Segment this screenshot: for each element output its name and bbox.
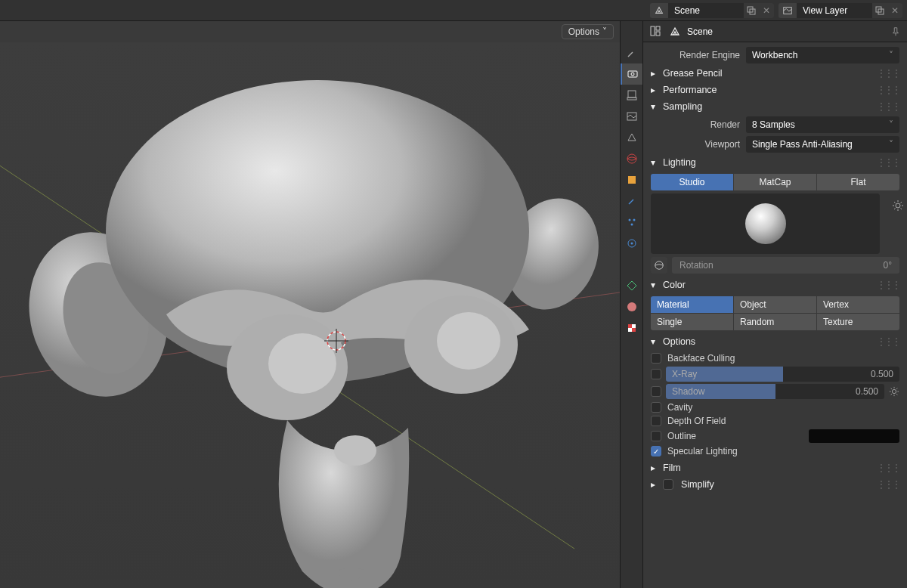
render-engine-dropdown[interactable]: Workbench ˅ (746, 47, 899, 63)
tab-object[interactable] (621, 169, 643, 190)
panel-sampling[interactable]: ▾ Sampling ⋮⋮⋮ (643, 98, 907, 115)
svg-rect-49 (632, 328, 636, 332)
svg-rect-51 (656, 26, 660, 30)
tab-tool[interactable] (621, 42, 643, 63)
preview-sphere (745, 203, 786, 244)
outline-checkbox[interactable] (651, 431, 661, 441)
viewlayer-icon[interactable] (779, 3, 797, 18)
tab-physics[interactable] (621, 233, 643, 254)
panel-simplify[interactable]: ▸ Simplify ⋮⋮⋮ (643, 476, 907, 493)
grip-icon[interactable]: ⋮⋮⋮ (877, 85, 899, 95)
lighting-flat[interactable]: Flat (817, 174, 899, 190)
studio-light-preview[interactable] (651, 193, 880, 254)
tab-scene[interactable] (621, 127, 643, 148)
svg-rect-50 (651, 26, 655, 36)
viewlayer-selector[interactable]: View Layer ✕ (779, 3, 902, 18)
grip-icon[interactable]: ⋮⋮⋮ (877, 101, 899, 112)
panel-lighting[interactable]: ▾ Lighting ⋮⋮⋮ (643, 154, 907, 171)
specular-label: Specular Lighting (667, 446, 738, 456)
scene-selector[interactable]: Scene ✕ (650, 3, 774, 18)
grip-icon[interactable]: ⋮⋮⋮ (877, 336, 899, 347)
svg-point-41 (633, 219, 636, 221)
color-vertex[interactable]: Vertex (817, 296, 899, 313)
close-scene-icon[interactable]: ✕ (759, 3, 774, 18)
backface-culling-label: Backface Culling (667, 353, 735, 364)
triangle-down-icon: ▾ (651, 101, 658, 112)
svg-rect-52 (656, 32, 660, 36)
dof-checkbox[interactable] (651, 416, 661, 426)
grip-icon[interactable]: ⋮⋮⋮ (877, 280, 899, 290)
outline-label: Outline (667, 431, 696, 441)
xray-slider[interactable]: X-Ray 0.500 (666, 367, 899, 382)
color-material[interactable]: Material (651, 296, 733, 313)
pin-icon[interactable] (890, 26, 901, 37)
tab-output[interactable] (621, 85, 643, 106)
grip-icon[interactable]: ⋮⋮⋮ (877, 479, 899, 490)
triangle-right-icon: ▸ (651, 479, 658, 490)
grip-icon[interactable]: ⋮⋮⋮ (877, 463, 899, 473)
browse-scene-icon[interactable] (744, 3, 759, 18)
lighting-studio[interactable]: Studio (651, 174, 734, 190)
color-random[interactable]: Random (734, 314, 816, 330)
color-object[interactable]: Object (734, 296, 816, 313)
svg-point-28 (334, 435, 376, 466)
triangle-down-icon: ▾ (651, 157, 658, 168)
specular-checkbox[interactable]: ✓ (651, 446, 661, 456)
svg-rect-35 (628, 91, 636, 97)
svg-point-54 (655, 262, 664, 270)
browse-viewlayer-icon[interactable] (872, 3, 887, 18)
tab-modifier[interactable] (621, 190, 643, 212)
simplify-checkbox[interactable] (663, 479, 673, 490)
viewport-options-button[interactable]: Options ˅ (562, 24, 614, 39)
triangle-right-icon: ▸ (651, 85, 658, 95)
backface-culling-checkbox[interactable] (651, 353, 661, 364)
sampling-render-dropdown[interactable]: 8 Samples˅ (746, 116, 899, 133)
gear-icon[interactable] (892, 200, 904, 212)
shadow-checkbox[interactable] (651, 386, 661, 397)
color-texture[interactable]: Texture (817, 314, 899, 330)
scene-icon[interactable] (650, 3, 668, 18)
svg-point-25 (268, 333, 336, 394)
svg-rect-36 (627, 97, 636, 100)
lighting-matcap[interactable]: MatCap (734, 174, 817, 190)
panel-film[interactable]: ▸ Film ⋮⋮⋮ (643, 460, 907, 476)
world-rotation-icon[interactable] (651, 257, 667, 274)
panel-color[interactable]: ▾ Color ⋮⋮⋮ (643, 277, 907, 293)
viewlayer-name-field[interactable]: View Layer (797, 3, 872, 18)
grip-icon[interactable]: ⋮⋮⋮ (877, 157, 899, 168)
top-bar: Scene ✕ View Layer ✕ (0, 0, 907, 21)
sampling-viewport-dropdown[interactable]: Single Pass Anti-Aliasing˅ (746, 136, 899, 153)
panel-options[interactable]: ▾ Options ⋮⋮⋮ (643, 333, 907, 350)
scene-name-field[interactable]: Scene (668, 3, 744, 18)
tab-texture[interactable] (621, 317, 643, 339)
properties-tabs (620, 21, 642, 588)
gear-icon[interactable] (889, 386, 899, 397)
rotation-field[interactable]: Rotation 0° (672, 257, 899, 274)
chevron-down-icon: ˅ (889, 139, 893, 150)
tab-material[interactable] (621, 296, 643, 317)
panel-performance[interactable]: ▸ Performance ⋮⋮⋮ (643, 82, 907, 98)
tab-constraints[interactable] (621, 254, 643, 275)
close-viewlayer-icon[interactable]: ✕ (887, 3, 902, 18)
tab-viewlayer[interactable] (621, 106, 643, 127)
xray-checkbox[interactable] (651, 369, 661, 379)
tab-mesh[interactable] (621, 275, 643, 296)
editor-type-icon[interactable] (649, 25, 663, 39)
scene-icon (669, 26, 681, 38)
outline-color-swatch[interactable] (809, 429, 899, 443)
cavity-checkbox[interactable] (651, 402, 661, 413)
tab-render[interactable] (621, 63, 643, 85)
cavity-label: Cavity (667, 402, 692, 413)
color-mode-grid: Material Object Vertex Single Random Tex… (651, 296, 899, 330)
color-single[interactable]: Single (651, 314, 733, 330)
viewport-canvas[interactable] (0, 42, 620, 588)
tab-world[interactable] (621, 148, 643, 169)
tab-particles[interactable] (621, 212, 643, 233)
svg-rect-33 (628, 71, 637, 77)
shadow-slider[interactable]: Shadow 0.500 (666, 384, 884, 399)
panel-grease-pencil[interactable]: ▸ Grease Pencil ⋮⋮⋮ (643, 65, 907, 82)
lighting-mode-selector: Studio MatCap Flat (651, 174, 899, 190)
main-area: Options ˅ ˅ ˅ ˅ (0, 21, 907, 588)
grip-icon[interactable]: ⋮⋮⋮ (877, 68, 899, 79)
3d-viewport[interactable]: Options ˅ ˅ ˅ ˅ (0, 21, 620, 588)
